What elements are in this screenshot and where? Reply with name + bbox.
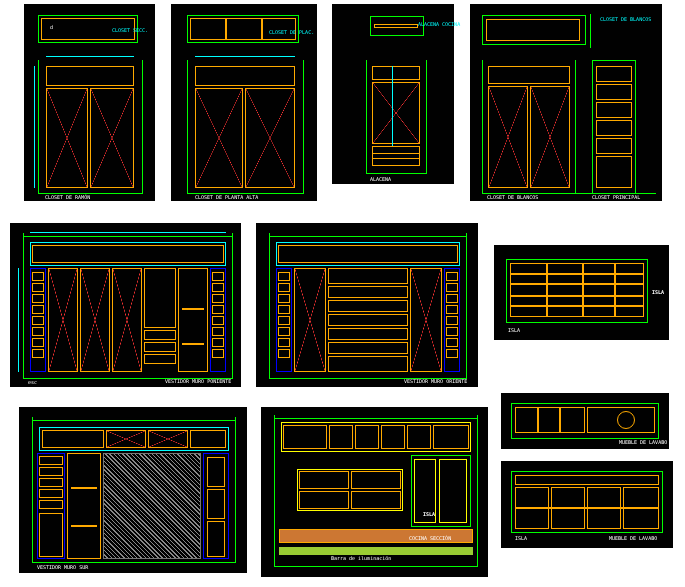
- p3-top: CLOSET DE BLANCOS: [600, 16, 651, 22]
- p5-title: VESTIDOR MURO ORIENTE: [404, 378, 467, 384]
- panel-10: MUEBLE DE LAVABO ISLA: [501, 461, 673, 548]
- p6-isla-b: ISLA: [508, 327, 520, 333]
- p3-t1: CLOSET DE BLANCOS: [487, 194, 538, 200]
- p6-isla-a: ISLA: [652, 289, 664, 295]
- panel-1: CLOSET DE PLAC. CLOSET DE PLANTA ALTA: [171, 4, 317, 201]
- p4-title: VESTIDOR MURO PONIENTE: [165, 378, 231, 384]
- panel-2: ALACENA COCINA ALACENA: [332, 4, 454, 184]
- p10-title: MUEBLE DE LAVABO: [609, 535, 657, 541]
- p7-title: VESTIDOR MURO SUR: [37, 564, 88, 570]
- drawing-canvas: CLOSET SECC. CLOSET DE RAMÓN d CLOSET DE…: [0, 0, 685, 587]
- panel-9: MUEBLE DE LAVABO: [501, 393, 669, 449]
- p3-t2: CLOSET PRINCIPAL: [592, 194, 640, 200]
- panel-5: VESTIDOR MURO ORIENTE: [256, 223, 478, 387]
- p9-isla: ISLA: [515, 535, 527, 541]
- panel-3: CLOSET DE BLANCOS CLOSET DE BLANCOS CLOS…: [470, 4, 662, 201]
- p0-title1: CLOSET DE RAMÓN: [45, 194, 90, 200]
- p1-label-top: CLOSET DE PLAC.: [269, 29, 314, 35]
- p8-title: COCINA SECCIÓN: [409, 535, 451, 541]
- p2-t1: ALACENA COCINA: [418, 21, 460, 27]
- p9-title: MUEBLE DE LAVABO: [619, 439, 667, 445]
- p2-t2: ALACENA: [370, 176, 391, 182]
- panel-8: Barra de iluminación COCINA SECCIÓN ISLA: [261, 407, 488, 577]
- p8-bar: Barra de iluminación: [331, 555, 391, 561]
- panel-4: VESTIDOR MURO PONIENTE esc: [10, 223, 241, 387]
- p1-title: CLOSET DE PLANTA ALTA: [195, 194, 258, 200]
- panel-0: CLOSET SECC. CLOSET DE RAMÓN d: [24, 4, 155, 201]
- p0-label-top: CLOSET SECC.: [112, 27, 148, 33]
- panel-6: ISLA ISLA: [494, 245, 669, 340]
- panel-7: VESTIDOR MURO SUR: [19, 407, 247, 573]
